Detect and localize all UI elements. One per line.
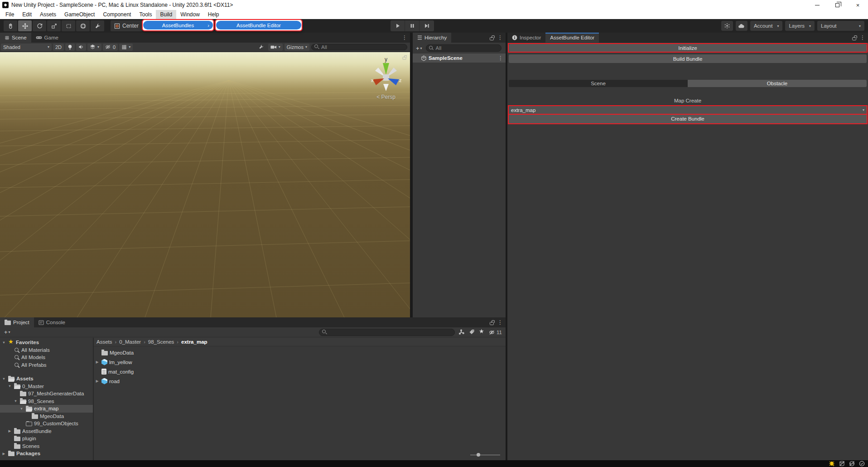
expand-arrow-icon[interactable]: ▼ [19, 407, 24, 411]
create-asset-button[interactable]: + ▾ [3, 329, 12, 336]
2d-toggle[interactable]: 2D [53, 44, 64, 51]
project-tree-item[interactable]: ▶ Packages [0, 450, 93, 457]
tab-scene-mode[interactable]: Scene [509, 80, 688, 87]
tab-hierarchy[interactable]: Hierarchy [413, 33, 451, 43]
step-button[interactable] [420, 20, 434, 31]
tab-scene[interactable]: Scene [0, 33, 31, 43]
tab-game[interactable]: Game [31, 33, 63, 43]
project-tree-item[interactable]: plugin [0, 435, 93, 443]
project-tree-item[interactable]: All Prefabs [0, 361, 93, 369]
scene-viewport[interactable]: y x z < Persp [0, 52, 410, 317]
kebab-menu-icon[interactable]: ⋮ [498, 55, 503, 61]
project-tree-item[interactable]: ▶ AssetBundle [0, 428, 93, 435]
cache-server-disabled-icon[interactable] [839, 461, 845, 467]
asset-item[interactable]: ▶ road [94, 376, 506, 386]
minimize-button[interactable] [807, 0, 827, 10]
effects-dropdown[interactable]: ▾ [87, 44, 101, 51]
restore-button[interactable] [827, 0, 848, 10]
menu-item-assetbundle-editor[interactable]: AssetBundle Editor [216, 21, 301, 29]
code-optimization-icon[interactable] [849, 461, 855, 467]
expand-arrow-icon[interactable]: ▼ [1, 341, 6, 345]
lock-icon[interactable] [402, 57, 406, 59]
hidden-assets-toggle[interactable]: 11 [489, 330, 502, 335]
expand-arrow-icon[interactable]: ▼ [7, 384, 12, 388]
build-bundle-button[interactable]: Build Bundle [509, 54, 867, 63]
expand-arrow-icon[interactable]: ▶ [7, 429, 12, 433]
project-tree-item[interactable]: MgeoData [0, 413, 93, 420]
expand-arrow-icon[interactable]: ▶ [95, 360, 100, 364]
asset-item[interactable]: ▶ lm_yellow [94, 357, 506, 367]
lock-icon[interactable] [852, 37, 856, 40]
shading-mode-dropdown[interactable]: Shaded ▾ [1, 44, 52, 51]
kebab-menu-icon[interactable]: ⋮ [497, 34, 503, 41]
tab-assetbundle-editor[interactable]: AssetBundle Editor [545, 33, 599, 43]
expand-arrow-icon[interactable]: ▶ [95, 379, 100, 383]
label-filter-icon[interactable] [469, 329, 475, 335]
gizmos-dropdown[interactable]: Gizmos ▾ [285, 44, 309, 51]
hidden-objects-toggle[interactable]: 0 [103, 44, 118, 51]
scale-tool-button[interactable] [47, 20, 61, 31]
icon-size-slider[interactable] [470, 452, 500, 457]
collab-warning-icon[interactable] [829, 461, 835, 467]
menu-item[interactable]: Component [99, 10, 135, 19]
kebab-menu-icon[interactable]: ⋮ [860, 34, 865, 41]
map-select-dropdown[interactable]: extra_map ▾ [509, 106, 867, 114]
favorites-filter-icon[interactable] [479, 329, 485, 335]
project-tree-item[interactable]: ▼ 98_Scenes [0, 398, 93, 405]
project-tree-item[interactable]: All Materials [0, 346, 93, 354]
menu-item[interactable]: File [1, 10, 18, 19]
rotate-tool-button[interactable] [33, 20, 46, 31]
layout-dropdown[interactable]: Layout ▾ [817, 21, 864, 31]
asset-item[interactable]: mat_config [94, 367, 506, 376]
project-search-input[interactable] [319, 329, 455, 336]
pivot-mode-button[interactable]: Center [111, 20, 142, 31]
lock-icon[interactable] [490, 37, 494, 40]
project-tree-item[interactable]: 99_CustomObjects [0, 420, 93, 428]
scene-tools-button[interactable] [256, 44, 266, 51]
grid-visibility-dropdown[interactable]: ▾ [119, 44, 133, 51]
menu-item[interactable]: GameObject [60, 10, 99, 19]
project-tree-item[interactable]: ▼ 0_Master [0, 383, 93, 390]
tab-project[interactable]: Project [0, 317, 34, 327]
project-tree-item[interactable]: ▼ extra_map [0, 405, 93, 413]
projection-label[interactable]: < Persp [369, 94, 403, 100]
play-button[interactable] [391, 20, 405, 31]
expand-arrow-icon[interactable]: ▼ [1, 377, 6, 381]
menu-item[interactable]: Assets [36, 10, 60, 19]
hierarchy-search-input[interactable]: All [426, 44, 502, 52]
create-object-button[interactable]: + ▾ [415, 45, 424, 52]
move-tool-button[interactable] [18, 20, 32, 31]
create-bundle-button[interactable]: Create Bundle [509, 115, 867, 123]
account-dropdown[interactable]: Account ▾ [750, 21, 783, 31]
menu-item[interactable]: Help [204, 10, 223, 19]
project-tree-item[interactable]: 97_MeshGeneraterData [0, 390, 93, 398]
rect-tool-button[interactable] [62, 20, 75, 31]
breadcrumb-item[interactable]: extra_map › [181, 339, 207, 345]
tab-obstacle-mode[interactable]: Obstacle [688, 80, 867, 87]
layers-dropdown[interactable]: Layers ▾ [785, 21, 815, 31]
tab-console[interactable]: Console [34, 317, 70, 327]
tab-inspector[interactable]: Inspector [507, 33, 545, 43]
search-everything-button[interactable] [721, 21, 733, 31]
kebab-menu-icon[interactable]: ⋮ [497, 319, 503, 326]
asset-item[interactable]: MgeoData [94, 348, 506, 357]
menu-item[interactable]: Window [176, 10, 204, 19]
pause-button[interactable] [405, 20, 420, 31]
kebab-menu-icon[interactable]: ⋮ [402, 34, 407, 41]
orientation-gizmo[interactable]: y x z < Persp [369, 57, 403, 100]
progress-check-icon[interactable] [859, 461, 865, 467]
custom-tool-button[interactable] [91, 20, 104, 31]
camera-settings-dropdown[interactable]: ▾ [268, 44, 283, 51]
slider-knob[interactable] [477, 453, 480, 457]
breadcrumb-item[interactable]: Assets › [96, 339, 119, 345]
close-button[interactable]: × [848, 0, 868, 10]
transform-tool-button[interactable] [76, 20, 90, 31]
menu-item-assetbundles[interactable]: AssetBundles › [143, 21, 213, 29]
package-filter-icon[interactable] [458, 329, 465, 335]
project-tree-item[interactable]: ▼ Favorites [0, 339, 93, 346]
cloud-button[interactable] [736, 21, 747, 31]
hierarchy-item-samplescene[interactable]: SampleScene ⋮ [413, 54, 506, 63]
menu-item[interactable]: Build [156, 10, 176, 19]
breadcrumb-item[interactable]: 98_Scenes › [148, 339, 181, 345]
expand-arrow-icon[interactable]: ▼ [13, 399, 18, 403]
